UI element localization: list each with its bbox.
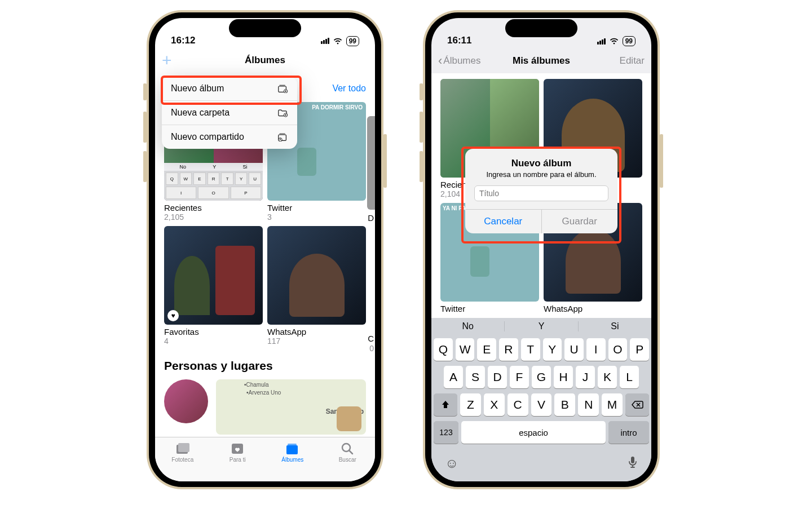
key[interactable]: W <box>456 338 475 361</box>
key[interactable]: S <box>466 366 485 388</box>
key[interactable]: Y <box>543 338 562 361</box>
cancel-button[interactable]: Cancelar <box>465 210 542 233</box>
phone-right: 16:11 99 ‹Álbumes Mis álbumes Editar <box>423 10 660 489</box>
battery-indicator: 99 <box>623 36 636 46</box>
tab-fototeca[interactable]: Fototeca <box>155 437 210 481</box>
key[interactable]: U <box>564 338 584 361</box>
new-album-alert: Nuevo álbum Ingresa un nombre para el ál… <box>465 149 617 233</box>
album-count: 3 <box>267 213 366 222</box>
shared-album-icon <box>277 132 288 141</box>
key[interactable]: M <box>602 393 623 416</box>
albums-icon <box>285 442 300 455</box>
for-you-icon <box>231 442 244 455</box>
key[interactable]: I <box>586 338 606 361</box>
shift-key[interactable] <box>434 393 457 416</box>
search-icon <box>341 442 354 455</box>
keyboard: Q W E R T Y U I O P A S D <box>431 335 651 451</box>
album-favoritas[interactable]: ♥ Favoritas 4 <box>162 224 265 348</box>
key[interactable]: D <box>488 366 507 388</box>
tab-buscar[interactable]: Buscar <box>320 437 376 481</box>
album-edge-count: 0 <box>369 344 374 353</box>
suggestion[interactable]: Y <box>505 321 578 331</box>
cell-signal-icon <box>597 38 606 45</box>
menu-nuevo-album[interactable]: Nuevo álbum <box>162 77 297 101</box>
nav-title: Álbumes <box>245 55 285 66</box>
wifi-icon <box>609 37 619 45</box>
album-edge-name2: C <box>368 334 374 343</box>
photos-icon <box>175 442 190 455</box>
numbers-key[interactable]: 123 <box>434 421 458 444</box>
key[interactable]: X <box>484 393 505 416</box>
key[interactable]: Q <box>434 338 453 361</box>
album-edge[interactable] <box>367 116 375 210</box>
album-count: 2,105 <box>164 213 263 222</box>
svg-rect-12 <box>279 134 285 135</box>
keyboard-suggestions: No Y Si <box>431 318 651 335</box>
menu-nueva-carpeta[interactable]: Nueva carpeta <box>162 101 297 125</box>
back-button[interactable]: ‹Álbumes <box>438 54 483 68</box>
person-avatar[interactable] <box>164 379 208 423</box>
persons-places-title: Personas y lugares <box>164 359 273 373</box>
key[interactable]: F <box>510 366 529 388</box>
suggestion[interactable]: No <box>431 321 505 331</box>
key[interactable]: A <box>444 366 463 388</box>
svg-rect-8 <box>279 85 285 86</box>
dictation-key[interactable] <box>628 455 638 471</box>
key[interactable]: B <box>554 393 575 416</box>
alert-subtitle: Ingresa un nombre para el álbum. <box>465 170 617 179</box>
places-map[interactable]: •Chamula •Arvenza Uno San Cristób <box>216 379 366 435</box>
tab-para-ti[interactable]: Para ti <box>210 437 266 481</box>
key[interactable]: H <box>554 366 573 388</box>
album-title-input[interactable] <box>474 185 608 201</box>
battery-indicator: 99 <box>346 36 359 46</box>
key[interactable]: L <box>620 366 639 388</box>
key[interactable]: Z <box>460 393 481 416</box>
albums-content: Recien 2,104 YA NI PAR <box>431 73 651 318</box>
album-name: Favoritas <box>164 327 263 337</box>
key[interactable]: V <box>531 393 552 416</box>
return-key[interactable]: intro <box>608 421 649 444</box>
emoji-key[interactable]: ☺ <box>445 455 459 471</box>
album-name: Recientes <box>164 203 263 213</box>
album-edge-name: D <box>368 213 374 223</box>
album-whatsapp[interactable]: WhatsApp 117 <box>265 224 368 348</box>
tab-albumes[interactable]: Álbumes <box>265 437 320 481</box>
dynamic-island <box>505 19 577 37</box>
menu-nuevo-compartido[interactable]: Nuevo compartido <box>162 125 297 149</box>
suggestion[interactable]: Si <box>579 321 651 331</box>
key[interactable]: E <box>477 338 496 361</box>
svg-rect-1 <box>178 443 189 452</box>
key[interactable]: O <box>608 338 628 361</box>
dynamic-island <box>229 19 301 37</box>
svg-point-14 <box>280 139 281 140</box>
album-count: 4 <box>164 337 263 346</box>
heart-icon: ♥ <box>167 310 179 321</box>
save-button[interactable]: Guardar <box>542 210 618 233</box>
album-count: 117 <box>267 337 366 346</box>
status-time: 16:12 <box>171 35 195 46</box>
album-name: WhatsApp <box>267 327 366 337</box>
key[interactable]: G <box>532 366 551 388</box>
key[interactable]: K <box>598 366 617 388</box>
nav-title: Mis álbumes <box>513 55 570 67</box>
folder-plus-icon <box>277 108 288 117</box>
album-name: Twitter <box>267 203 366 213</box>
edit-button[interactable]: Editar <box>599 55 645 67</box>
key[interactable]: T <box>521 338 540 361</box>
nav-bar: + Álbumes <box>155 48 375 73</box>
phone-left: 16:12 99 + Álbumes . Ve <box>147 10 383 489</box>
space-key[interactable]: espacio <box>461 421 606 444</box>
see-all-link[interactable]: Ver todo <box>332 83 366 94</box>
nav-bar: ‹Álbumes Mis álbumes Editar <box>431 48 651 73</box>
album-plus-icon <box>277 84 288 93</box>
alert-title: Nuevo álbum <box>465 158 617 169</box>
add-button[interactable]: + <box>162 55 172 66</box>
status-time: 16:11 <box>447 35 471 46</box>
key[interactable]: J <box>576 366 595 388</box>
backspace-key[interactable] <box>625 393 649 416</box>
key[interactable]: N <box>578 393 599 416</box>
key[interactable]: R <box>499 338 518 361</box>
svg-rect-4 <box>288 444 297 445</box>
key[interactable]: C <box>508 393 528 416</box>
key[interactable]: P <box>630 338 649 361</box>
